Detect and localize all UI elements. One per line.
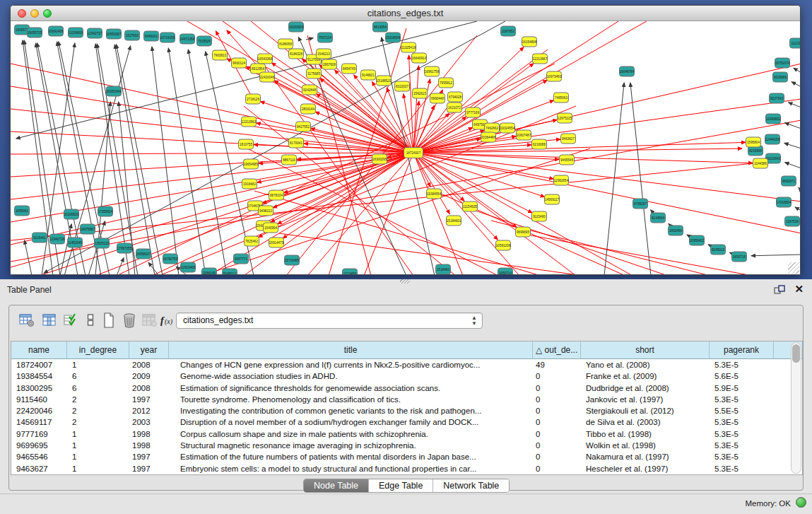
- graph-node[interactable]: 20206526: [64, 209, 79, 219]
- graph-node[interactable]: 6799197: [633, 199, 648, 209]
- graph-node[interactable]: 18300295: [372, 154, 387, 164]
- graph-node[interactable]: 1892456: [669, 226, 683, 235]
- table-row[interactable]: 1938455462009Genome-wide association stu…: [11, 370, 802, 382]
- graph-node[interactable]: 20364486: [481, 132, 496, 142]
- graph-node[interactable]: 12444159: [765, 134, 780, 144]
- network-view-window[interactable]: citations_edges.txt 19055721905572520691…: [10, 5, 801, 275]
- graph-node[interactable]: 1546210: [317, 49, 331, 59]
- column-header-out_de[interactable]: △ out_de...: [533, 341, 581, 358]
- graph-node[interactable]: 16958107: [136, 249, 151, 259]
- graph-node[interactable]: 15188520: [377, 76, 392, 86]
- graph-node[interactable]: 12505115: [95, 238, 110, 248]
- graph-node[interactable]: 19324554: [500, 123, 515, 133]
- graph-node[interactable]: 20053346: [107, 86, 122, 96]
- graph-node[interactable]: 8867110: [282, 155, 297, 165]
- graph-node[interactable]: 9692971: [782, 176, 796, 186]
- graph-node[interactable]: 12962654: [554, 175, 569, 185]
- graph-node[interactable]: 1540994: [264, 223, 278, 233]
- table-scrollbar-thumb[interactable]: [792, 344, 800, 363]
- graph-node[interactable]: 9242848: [302, 85, 317, 95]
- select-all-check-button[interactable]: [61, 311, 80, 329]
- graph-node[interactable]: 9146821: [361, 70, 376, 80]
- graph-node[interactable]: 2087652: [501, 26, 516, 36]
- graph-node[interactable]: 16961758: [425, 66, 440, 76]
- graph-node[interactable]: 1562615: [413, 88, 428, 98]
- graph-node[interactable]: 18724007: [404, 148, 423, 158]
- graph-node[interactable]: 1112304: [790, 38, 801, 48]
- graph-node[interactable]: 9699695: [516, 227, 531, 237]
- graph-node[interactable]: 19975887: [81, 224, 95, 234]
- graph-node[interactable]: 9245013: [711, 245, 726, 255]
- graph-node[interactable]: 7963822: [213, 50, 228, 60]
- graph-node[interactable]: 12942738: [50, 234, 65, 244]
- column-header-year[interactable]: year: [129, 341, 169, 358]
- graph-node[interactable]: 8186058: [278, 39, 293, 49]
- graph-node[interactable]: 9660124: [232, 58, 247, 68]
- graph-node[interactable]: 2718126: [246, 94, 261, 104]
- graph-node[interactable]: 16648784: [620, 66, 635, 76]
- graph-node[interactable]: 2086145: [202, 268, 217, 274]
- graph-node[interactable]: 16914479: [269, 238, 284, 247]
- table-row[interactable]: 946554611997Estimation of the future num…: [11, 451, 802, 462]
- new-document-button[interactable]: [100, 311, 118, 329]
- graph-node[interactable]: 16543368: [258, 54, 273, 64]
- column-header-short[interactable]: short: [581, 341, 710, 358]
- graph-node[interactable]: 10807487: [517, 130, 531, 140]
- table-scrollbar[interactable]: [791, 342, 801, 474]
- tab-node-table[interactable]: Node Table: [304, 479, 369, 492]
- graph-node[interactable]: 1518460: [436, 264, 451, 274]
- graph-node[interactable]: 1595804: [746, 137, 761, 147]
- graph-node[interactable]: 12213967: [533, 54, 548, 64]
- graph-node[interactable]: 16154808: [522, 37, 537, 47]
- graph-node[interactable]: 11451545: [68, 238, 83, 247]
- graph-node[interactable]: 12093832: [766, 114, 781, 124]
- graph-node[interactable]: 12975115: [558, 113, 572, 123]
- table-row[interactable]: 977716911998Corpus callosum shape and si…: [11, 428, 802, 440]
- graph-node[interactable]: 8878334: [269, 190, 284, 200]
- graph-node[interactable]: 12213962: [242, 117, 257, 127]
- graph-node[interactable]: 1655061: [15, 206, 30, 216]
- tab-edge-table[interactable]: Edge Table: [369, 479, 433, 492]
- graph-node[interactable]: 1527602: [125, 30, 140, 40]
- graph-node[interactable]: 17359924: [98, 206, 113, 216]
- graph-node[interactable]: 2867608: [322, 59, 337, 69]
- graph-node[interactable]: 9463627: [561, 134, 576, 144]
- column-header-name[interactable]: name: [11, 341, 67, 358]
- memory-status-indicator[interactable]: [796, 497, 806, 508]
- graph-node[interactable]: 9134564: [651, 213, 666, 223]
- graph-node[interactable]: 11154535: [463, 201, 478, 211]
- table-row[interactable]: 1830029562008Estimation of significance …: [11, 382, 802, 394]
- graph-node[interactable]: 10591208: [496, 240, 511, 250]
- panel-splitter-handle[interactable]: [400, 279, 410, 284]
- window-resize-grip[interactable]: [788, 262, 799, 274]
- graph-node[interactable]: 16033809: [289, 22, 304, 32]
- graph-node[interactable]: 7825462: [245, 236, 259, 246]
- graph-node[interactable]: 8186328: [289, 49, 304, 59]
- table-selector-dropdown[interactable]: citations_edges.txt ▲▼: [176, 313, 483, 329]
- graph-node[interactable]: 14569117: [545, 194, 560, 204]
- graph-node[interactable]: 15218506: [386, 33, 401, 42]
- graph-node[interactable]: 7462662: [485, 123, 500, 133]
- network-canvas[interactable]: 1905572190557252069140611156809129427371…: [11, 21, 800, 274]
- graph-node[interactable]: 11325419: [401, 42, 416, 52]
- graph-node[interactable]: 10973493: [547, 71, 562, 81]
- graph-node[interactable]: 1621072: [447, 103, 462, 112]
- graph-node[interactable]: 14671358: [180, 34, 195, 44]
- graph-node[interactable]: 20691406: [49, 26, 64, 36]
- close-panel-icon[interactable]: ✕: [794, 283, 804, 296]
- graph-node[interactable]: 19654985: [244, 159, 259, 169]
- graph-node[interactable]: 22420046: [260, 72, 275, 82]
- graph-node[interactable]: 2803144: [301, 104, 316, 114]
- graph-node[interactable]: 9115460: [532, 211, 547, 221]
- graph-node[interactable]: 9457771: [234, 254, 249, 264]
- graph-node[interactable]: 10719155: [160, 33, 175, 42]
- graph-node[interactable]: 17016504: [777, 197, 792, 207]
- unselect-rows-button[interactable]: [81, 311, 100, 329]
- delete-trash-button[interactable]: [120, 311, 139, 329]
- float-panel-icon[interactable]: [774, 285, 785, 295]
- graph-node[interactable]: 8170041: [289, 138, 304, 148]
- graph-node[interactable]: 15716485: [285, 255, 300, 265]
- graph-node[interactable]: 8454749: [342, 64, 357, 74]
- graph-node[interactable]: 3175685: [307, 69, 322, 78]
- graph-node[interactable]: 15184601: [447, 216, 461, 226]
